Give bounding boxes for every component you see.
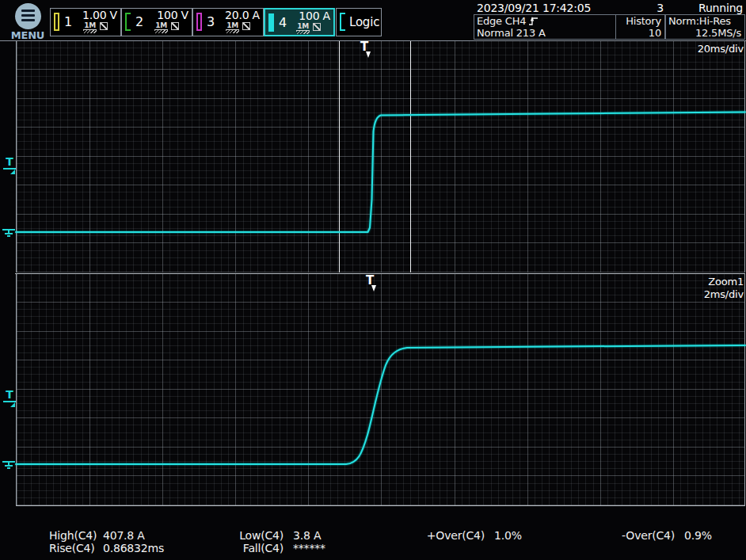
trigger-mode-level: Normal 213 A [477,27,612,39]
measurement-neg-overshoot: -Over(C4)0.9% [602,529,712,542]
channel-1-box[interactable]: 1 1.00 V 1M [50,8,121,36]
sample-rate: 12.5MS/s [668,27,741,39]
acq-mode: Norm:Hi-Res [668,15,741,27]
trigger-position-marker-main[interactable]: T [360,41,371,52]
channel-3-icons: 1M [226,22,250,33]
impedance-1m-icon: 1M [296,23,310,34]
zoom-window-right-edge[interactable] [410,41,411,272]
channel-4-scale: 100 A [299,10,330,22]
channel-2-icons: 1M [154,22,179,33]
zoom-title-label: Zoom1 [708,276,744,288]
logic-box[interactable]: Logic [336,8,382,36]
zoom-window-left-edge[interactable] [339,41,340,272]
trigger-level-marker-zoom[interactable]: T [3,390,16,402]
logic-label: Logic [349,15,379,29]
trigger-position-marker-zoom[interactable]: T [366,275,377,286]
zoom-timebase-label: 2ms/div [704,288,744,300]
impedance-1m-icon: 1M [83,22,97,33]
datetime: 2023/09/21 17:42:05 [477,2,591,14]
probe-icon [242,22,250,30]
history-value: 10 [618,27,661,39]
probe-icon [100,22,108,30]
measurement-fall: Fall(C4)****** [223,542,325,554]
channel-1-icons: 1M [83,22,108,33]
history-label: History [618,15,661,27]
ground-level-marker-zoom[interactable] [2,461,15,470]
channel-3-scale: 20.0 A [225,9,260,21]
zoom-waveform-grid [16,274,745,506]
acquisition-count: 3 [610,2,664,14]
probe-icon [313,23,321,31]
trigger-type: Edge CH4 [477,15,612,27]
channel-4-icons: 1M [296,23,321,34]
main-waveform-grid [16,41,745,272]
channel-2-color-bracket [125,13,131,31]
channel-4-box-selected[interactable]: 4 100 A 1M [264,8,335,36]
logic-color-bracket [340,13,345,31]
channel-4-number: 4 [279,15,287,30]
channel-1-scale: 1.00 V [82,9,117,21]
ground-level-marker-main[interactable] [2,229,15,238]
channel-2-scale: 100 V [157,9,188,21]
run-state: Running [678,2,743,14]
measurement-low: Low(C4)3.8 A [223,529,321,542]
hamburger-icon [15,3,41,29]
main-timebase-label: 20ms/div [698,43,744,55]
impedance-1m-icon: 1M [226,22,239,33]
menu-label: MENU [5,29,51,41]
acquisition-mode-box[interactable]: Norm:Hi-Res 12.5MS/s [665,14,745,40]
menu-button[interactable]: MENU [5,2,46,40]
impedance-1m-icon: 1M [154,22,168,33]
channel-4-color-bracket [268,13,274,32]
channel-3-number: 3 [207,14,215,29]
channel-1-color-bracket [54,13,59,31]
trigger-level-marker-main[interactable]: T [3,157,16,170]
channel-3-color-bracket [196,13,202,31]
probe-icon [171,22,179,30]
channel-3-box[interactable]: 3 20.0 A 1M [192,8,264,36]
history-box[interactable]: History 10 [615,14,665,40]
channel-1-number: 1 [64,14,72,29]
trigger-info-box[interactable]: Edge CH4 Normal 213 A [474,14,616,40]
channel-2-box[interactable]: 2 100 V 1M [121,8,192,36]
rising-edge-icon [528,16,539,26]
channel-2-number: 2 [135,14,143,29]
oscilloscope-screen: MENU 1 1.00 V 1M 2 100 V 1M 3 20.0 A 1M … [0,0,746,560]
measurement-pos-overshoot: +Over(C4)1.0% [412,529,522,542]
